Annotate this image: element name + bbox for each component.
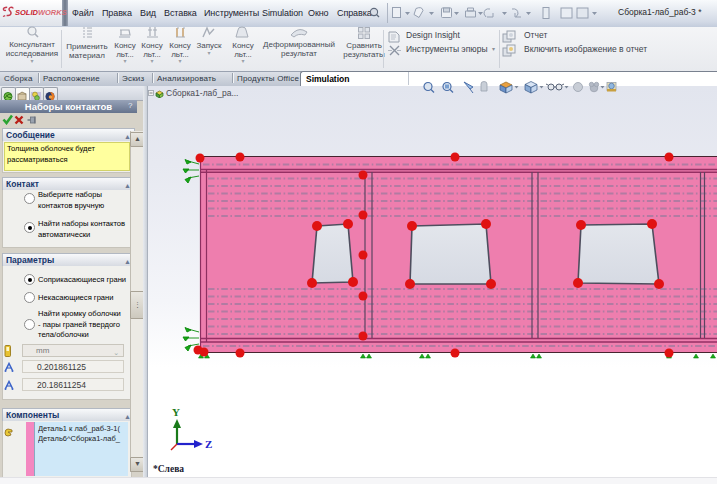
svg-text:Z: Z	[205, 438, 212, 450]
svg-text:Y: Y	[172, 406, 180, 418]
